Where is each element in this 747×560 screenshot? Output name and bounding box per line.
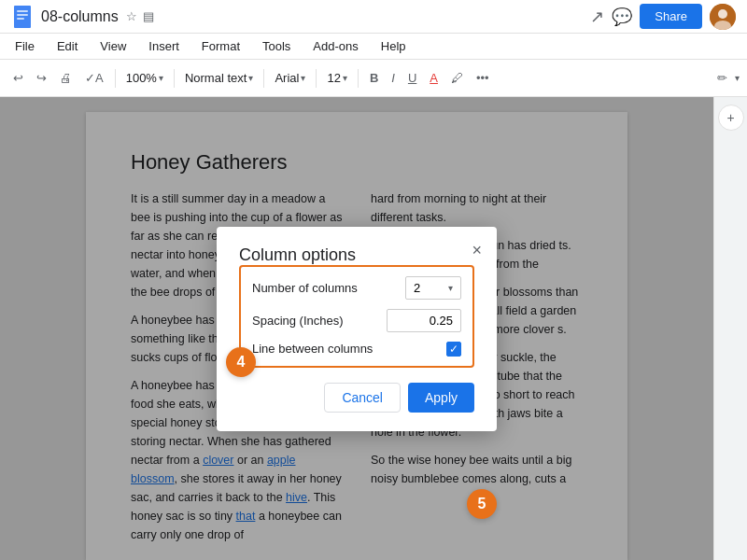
menu-format[interactable]: Format — [198, 37, 244, 55]
separator-3 — [263, 69, 264, 88]
toolbar-italic[interactable]: I — [386, 65, 401, 91]
toolbar-print[interactable]: 🖨 — [54, 65, 78, 91]
toolbar-bold[interactable]: B — [364, 65, 384, 91]
svg-rect-1 — [17, 10, 28, 12]
dialog-fields-section: Number of columns 2 ▾ Spacing (Inches) L… — [239, 265, 474, 368]
toolbar-color[interactable]: A — [424, 65, 444, 91]
apply-button[interactable]: Apply — [408, 383, 474, 413]
dialog-close-button[interactable]: × — [472, 242, 482, 259]
toolbar-redo[interactable]: ↪ — [31, 65, 52, 91]
separator-5 — [358, 69, 359, 88]
dialog-title: Column options — [239, 245, 356, 264]
title-icons: ☆ ▤ — [126, 9, 154, 23]
comment-icon[interactable]: 💬 — [612, 7, 632, 27]
num-columns-select[interactable]: 2 ▾ — [405, 276, 461, 300]
line-between-checkbox[interactable]: ✓ — [446, 342, 461, 357]
spacing-row: Spacing (Inches) — [252, 309, 461, 332]
toolbar-edit-mode[interactable]: ✏ — [712, 65, 733, 91]
share-button[interactable]: Share — [640, 4, 702, 29]
right-sidebar: + — [713, 97, 747, 560]
font-chevron: ▾ — [301, 73, 305, 83]
toolbar-zoom[interactable]: 100% ▾ — [121, 65, 168, 91]
doc-icon — [11, 4, 34, 30]
top-right-actions: ↗ 💬 Share — [590, 4, 736, 30]
svg-rect-3 — [17, 18, 24, 20]
top-bar: 08-columns ☆ ▤ ↗ 💬 Share — [0, 0, 747, 34]
menu-bar: File Edit View Insert Format Tools Add-o… — [0, 34, 747, 60]
zoom-chevron: ▾ — [159, 73, 163, 83]
svg-point-5 — [718, 9, 727, 19]
folder-icon[interactable]: ▤ — [143, 9, 154, 23]
menu-file[interactable]: File — [11, 37, 38, 55]
line-between-row: Line between columns ✓ — [252, 342, 461, 357]
menu-insert[interactable]: Insert — [145, 37, 183, 55]
star-icon[interactable]: ☆ — [126, 9, 137, 23]
menu-help[interactable]: Help — [377, 37, 410, 55]
num-columns-row: Number of columns 2 ▾ — [252, 276, 461, 300]
menu-view[interactable]: View — [96, 37, 130, 55]
separator-4 — [316, 69, 317, 88]
separator-2 — [174, 69, 175, 88]
toolbar-highlight[interactable]: 🖊 — [445, 65, 469, 91]
activity-icon[interactable]: ↗ — [590, 7, 604, 27]
avatar — [710, 4, 736, 30]
spacing-input[interactable] — [387, 309, 461, 332]
menu-addons[interactable]: Add-ons — [309, 37, 361, 55]
toolbar-undo[interactable]: ↩ — [7, 65, 29, 91]
toolbar-font[interactable]: Arial ▾ — [270, 65, 310, 91]
column-options-dialog: Column options × Number of columns 2 ▾ S… — [217, 227, 497, 431]
num-columns-label: Number of columns — [252, 281, 358, 295]
toolbar: ↩ ↪ 🖨 ✓A 100% ▾ Normal text ▾ Arial ▾ 12… — [0, 60, 747, 97]
toolbar-style[interactable]: Normal text ▾ — [180, 65, 258, 91]
document-title: 08-columns — [41, 8, 119, 25]
menu-edit[interactable]: Edit — [53, 37, 81, 55]
size-chevron: ▾ — [343, 73, 347, 83]
sidebar-add-btn[interactable]: + — [718, 105, 744, 131]
step-badge-4: 4 — [226, 347, 256, 377]
toolbar-spell[interactable]: ✓A — [79, 65, 109, 91]
toolbar-underline[interactable]: U — [402, 65, 422, 91]
style-chevron: ▾ — [248, 73, 253, 83]
toolbar-size[interactable]: 12 ▾ — [322, 65, 351, 91]
step-badge-5: 5 — [467, 489, 497, 519]
menu-tools[interactable]: Tools — [259, 37, 294, 55]
separator-1 — [115, 69, 116, 88]
spacing-label: Spacing (Inches) — [252, 314, 344, 328]
doc-area: Honey Gatherers It is a still summer day… — [0, 97, 747, 560]
svg-rect-2 — [17, 14, 28, 16]
cancel-button[interactable]: Cancel — [324, 383, 401, 413]
modal-overlay: Column options × Number of columns 2 ▾ S… — [0, 97, 713, 560]
edit-mode-chevron: ▾ — [735, 73, 740, 83]
num-columns-chevron: ▾ — [448, 283, 453, 293]
num-columns-value: 2 — [414, 281, 420, 295]
toolbar-more[interactable]: ••• — [471, 65, 495, 91]
dialog-actions: Cancel Apply — [239, 383, 474, 413]
svg-rect-0 — [14, 6, 31, 28]
line-between-label: Line between columns — [252, 342, 373, 356]
